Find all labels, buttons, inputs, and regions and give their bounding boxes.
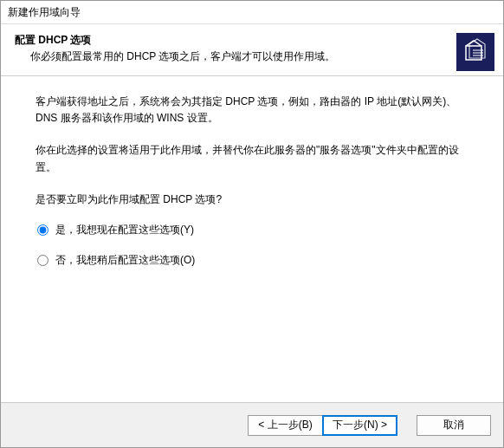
body-para1: 客户端获得地址之后，系统将会为其指定 DHCP 选项，例如，路由器的 IP 地址… bbox=[36, 94, 468, 127]
body-question: 是否要立即为此作用域配置 DHCP 选项? bbox=[36, 192, 468, 208]
option-no-label: 否，我想稍后配置这些选项(O) bbox=[55, 252, 195, 269]
header-subtitle: 你必须配置最常用的 DHCP 选项之后，客户端才可以使用作用域。 bbox=[15, 49, 456, 64]
next-button[interactable]: 下一步(N) > bbox=[322, 415, 397, 436]
window-title: 新建作用域向导 bbox=[8, 5, 81, 20]
cancel-wrap: 取消 bbox=[417, 415, 491, 436]
back-button[interactable]: < 上一步(B) bbox=[248, 415, 322, 436]
dhcp-scope-icon bbox=[456, 33, 494, 71]
wizard-window: 新建作用域向导 配置 DHCP 选项 你必须配置最常用的 DHCP 选项之后，客… bbox=[0, 0, 504, 448]
wizard-header: 配置 DHCP 选项 你必须配置最常用的 DHCP 选项之后，客户端才可以使用作… bbox=[1, 24, 503, 76]
wizard-body: 客户端获得地址之后，系统将会为其指定 DHCP 选项，例如，路由器的 IP 地址… bbox=[1, 76, 503, 402]
option-no-radio[interactable] bbox=[37, 255, 48, 266]
cancel-button[interactable]: 取消 bbox=[417, 415, 491, 436]
wizard-footer: < 上一步(B) 下一步(N) > 取消 bbox=[1, 402, 503, 447]
option-yes-label: 是，我想现在配置这些选项(Y) bbox=[55, 222, 194, 238]
header-title: 配置 DHCP 选项 bbox=[15, 33, 456, 48]
body-para2: 你在此选择的设置将适用于此作用域，并替代你在此服务器的"服务器选项"文件夹中配置… bbox=[36, 142, 468, 175]
nav-buttons: < 上一步(B) 下一步(N) > bbox=[248, 415, 397, 436]
titlebar: 新建作用域向导 bbox=[1, 1, 503, 24]
option-yes-row[interactable]: 是，我想现在配置这些选项(Y) bbox=[36, 222, 468, 238]
option-yes-radio[interactable] bbox=[37, 224, 48, 236]
option-no-row[interactable]: 否，我想稍后配置这些选项(O) bbox=[36, 252, 468, 269]
header-text: 配置 DHCP 选项 你必须配置最常用的 DHCP 选项之后，客户端才可以使用作… bbox=[15, 31, 456, 64]
